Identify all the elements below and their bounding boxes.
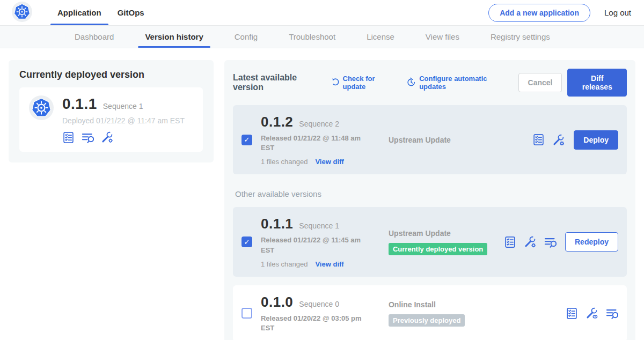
version-source-label: Online Install — [389, 300, 504, 309]
nav-tab-application[interactable]: Application — [49, 0, 109, 25]
edit-config-icon[interactable] — [101, 131, 114, 144]
available-versions-panel: Latest available version Check for updat… — [224, 60, 635, 340]
deployed-version-card: 0.1.1 Sequence 1 Deployed 01/21/22 @ 11:… — [19, 87, 203, 152]
available-panel-title: Latest available version — [233, 73, 320, 92]
preflight-checks-icon[interactable] — [566, 307, 578, 320]
version-checkbox[interactable] — [241, 135, 252, 145]
main-content: Currently deployed version 0.1.1 Sequenc… — [0, 48, 644, 340]
version-row-0-1-2: 0.1.2 Sequence 2 Released 01/21/22 @ 11:… — [233, 105, 627, 174]
version-source-label: Upstream Update — [389, 136, 504, 144]
files-changed-label: 1 files changed — [261, 260, 308, 268]
schedule-update-icon — [406, 77, 416, 88]
redeploy-button[interactable]: Redeploy — [565, 232, 618, 252]
tab-version-history[interactable]: Version history — [138, 26, 210, 48]
version-checkbox[interactable] — [241, 308, 252, 319]
check-for-update-link[interactable]: Check for update — [331, 75, 393, 91]
deploy-logs-icon[interactable] — [82, 131, 94, 144]
view-config-icon[interactable] — [586, 307, 598, 320]
version-number: 0.1.0 — [261, 294, 293, 311]
files-changed-label: 1 files changed — [261, 158, 308, 166]
header-right: Add a new application Log out — [488, 0, 631, 25]
version-number: 0.1.2 — [261, 114, 293, 130]
app-subnav: Dashboard Version history Config Trouble… — [0, 26, 644, 48]
tab-registry-settings[interactable]: Registry settings — [484, 26, 557, 48]
deployed-timestamp: Deployed 01/21/22 @ 11:47 am EST — [62, 116, 185, 125]
tab-dashboard[interactable]: Dashboard — [68, 26, 121, 48]
version-row-0-1-0: 0.1.0 Sequence 0 Released 01/20/22 @ 03:… — [233, 285, 627, 340]
tab-config[interactable]: Config — [228, 26, 265, 48]
configure-automatic-updates-link[interactable]: Configure automatic updates — [406, 75, 504, 91]
nav-tab-gitops[interactable]: GitOps — [109, 0, 152, 25]
currently-deployed-badge: Currently deployed version — [389, 243, 487, 255]
released-timestamp: Released 01/21/22 @ 11:45 am EST — [261, 235, 368, 255]
version-number: 0.1.1 — [261, 216, 293, 232]
available-header: Latest available version Check for updat… — [233, 69, 627, 97]
deploy-logs-icon[interactable] — [606, 307, 618, 320]
view-diff-link[interactable]: View diff — [315, 260, 343, 268]
tab-view-files[interactable]: View files — [419, 26, 466, 48]
preflight-checks-icon[interactable] — [504, 236, 516, 248]
add-application-button[interactable]: Add a new application — [488, 4, 590, 22]
preflight-checks-icon[interactable] — [62, 131, 75, 144]
kubernetes-app-icon — [29, 95, 54, 144]
version-checkbox[interactable] — [241, 236, 252, 247]
sequence-label: Sequence 2 — [299, 120, 339, 128]
version-source-label: Upstream Update — [389, 229, 504, 238]
deploy-logs-icon[interactable] — [544, 236, 557, 248]
diff-releases-button[interactable]: Diff releases — [567, 69, 627, 97]
edit-config-icon[interactable] — [552, 134, 565, 146]
primary-nav: Application GitOps — [49, 0, 152, 25]
version-row-0-1-1: 0.1.1 Sequence 1 Released 01/21/22 @ 11:… — [233, 207, 627, 276]
refresh-icon — [331, 77, 340, 88]
deployed-version-number: 0.1.1 — [62, 95, 97, 113]
logout-link[interactable]: Log out — [604, 8, 631, 17]
preflight-checks-icon[interactable] — [532, 134, 545, 146]
tab-license[interactable]: License — [360, 26, 401, 48]
cancel-button[interactable]: Cancel — [518, 73, 562, 92]
released-timestamp: Released 01/21/22 @ 11:48 am EST — [261, 134, 368, 153]
currently-deployed-panel: Currently deployed version 0.1.1 Sequenc… — [9, 60, 214, 162]
app-logo — [12, 0, 32, 25]
deployed-panel-title: Currently deployed version — [19, 69, 203, 80]
deployed-sequence-label: Sequence 1 — [103, 102, 143, 110]
other-versions-title: Other available versions — [235, 189, 627, 198]
sequence-label: Sequence 0 — [299, 300, 339, 308]
view-diff-link[interactable]: View diff — [315, 158, 343, 166]
previously-deployed-badge: Previously deployed — [389, 314, 465, 327]
tab-troubleshoot[interactable]: Troubleshoot — [282, 26, 342, 48]
deploy-button[interactable]: Deploy — [574, 130, 618, 150]
sequence-label: Sequence 1 — [299, 221, 339, 230]
edit-config-icon[interactable] — [524, 235, 537, 248]
kubernetes-logo-icon — [12, 2, 32, 24]
released-timestamp: Released 01/20/22 @ 03:05 pm EST — [261, 314, 368, 333]
top-header: Application GitOps Add a new application… — [0, 0, 644, 26]
